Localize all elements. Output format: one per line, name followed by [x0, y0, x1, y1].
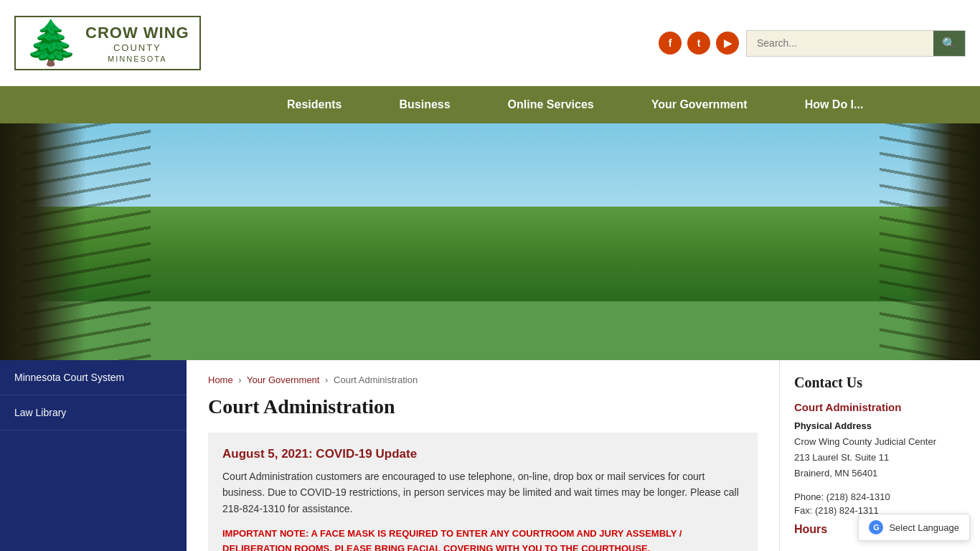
site-logo[interactable]: 🌲 CROW WING COUNTY MINNESOTA: [14, 16, 201, 70]
sidebar-item-law-library[interactable]: Law Library: [0, 395, 187, 430]
covid-update-box: August 5, 2021: COVID-19 Update Court Ad…: [208, 433, 758, 551]
left-sidebar: Minnesota Court System Law Library: [0, 360, 187, 551]
update-title: August 5, 2021: COVID-19 Update: [222, 447, 743, 461]
translate-widget[interactable]: G Select Language: [858, 514, 970, 541]
logo-line3: MINNESOTA: [108, 55, 167, 63]
hero-overlay: [0, 123, 980, 360]
facebook-icon[interactable]: f: [659, 32, 682, 55]
breadcrumb: Home › Your Government › Court Administr…: [208, 375, 758, 385]
translate-label: Select Language: [889, 522, 959, 533]
breadcrumb-sep2: ›: [325, 375, 328, 385]
important-note: IMPORTANT NOTE: A FACE MASK IS REQUIRED …: [222, 527, 743, 551]
youtube-icon[interactable]: ▶: [716, 32, 739, 55]
twitter-icon[interactable]: t: [687, 32, 710, 55]
nav-your-government[interactable]: Your Government: [623, 86, 776, 123]
hero-banner: [0, 123, 980, 360]
page-title: Court Administration: [208, 395, 758, 418]
breadcrumb-your-government[interactable]: Your Government: [247, 375, 319, 385]
nav-residents[interactable]: Residents: [258, 86, 370, 123]
main-content: Home › Your Government › Court Administr…: [187, 360, 779, 551]
address-line1: Crow Wing County Judicial Center: [794, 436, 936, 447]
logo-line2: COUNTY: [113, 42, 161, 53]
contact-title: Contact Us: [794, 375, 966, 391]
sidebar-item-court-system[interactable]: Minnesota Court System: [0, 360, 187, 395]
update-text: Court Administration customers are encou…: [222, 468, 743, 517]
breadcrumb-home[interactable]: Home: [208, 375, 233, 385]
breadcrumb-current: Court Administration: [334, 375, 418, 385]
contact-section-title: Court Administration: [794, 401, 966, 413]
content-wrapper: Minnesota Court System Law Library Home …: [0, 360, 980, 551]
nav-how-do-i[interactable]: How Do I...: [776, 86, 892, 123]
hero-branches-right: [880, 123, 973, 360]
logo-text-block: CROW WING COUNTY MINNESOTA: [85, 24, 189, 63]
nav-online-services[interactable]: Online Services: [479, 86, 623, 123]
nav-business[interactable]: Business: [370, 86, 479, 123]
social-search-bar: f t ▶ 🔍: [659, 30, 966, 57]
address-line3: Brainerd, MN 56401: [794, 468, 877, 479]
breadcrumb-sep1: ›: [238, 375, 241, 385]
address-label: Physical Address: [794, 420, 966, 431]
google-g-icon: G: [869, 520, 883, 534]
contact-address: Crow Wing County Judicial Center 213 Lau…: [794, 434, 966, 481]
tree-icon: 🌲: [24, 22, 78, 65]
address-line2: 213 Laurel St. Suite 11: [794, 452, 889, 463]
main-nav: Residents Business Online Services Your …: [0, 86, 980, 123]
search-bar: 🔍: [746, 30, 966, 57]
logo-line1: CROW WING: [85, 24, 189, 42]
search-input[interactable]: [747, 32, 933, 55]
page-header: 🌲 CROW WING COUNTY MINNESOTA f t ▶ 🔍: [0, 0, 980, 86]
search-button[interactable]: 🔍: [933, 31, 965, 56]
social-icons-group: f t ▶: [659, 32, 739, 55]
hero-branches-left: [22, 123, 151, 360]
header-right: f t ▶ 🔍: [659, 30, 966, 57]
contact-phone: Phone: (218) 824-1310: [794, 491, 966, 502]
